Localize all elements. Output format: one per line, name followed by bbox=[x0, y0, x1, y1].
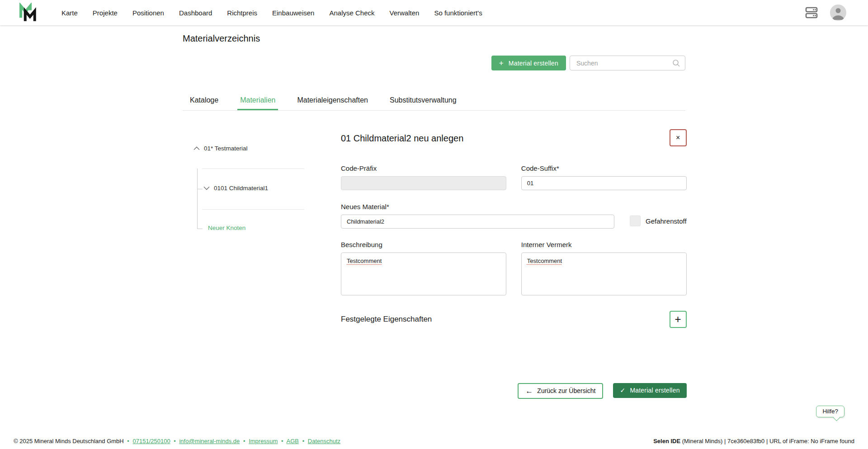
description-field-group: Beschreibung Testcomment bbox=[341, 241, 506, 297]
search-box bbox=[570, 56, 685, 70]
footer-app-name: Selen IDE bbox=[653, 438, 680, 444]
nav-item-so-funktionierts[interactable]: So funktioniert's bbox=[434, 9, 482, 17]
footer-separator: • bbox=[174, 438, 176, 444]
back-to-overview-button[interactable]: ← Zurück zur Übersicht bbox=[518, 383, 603, 399]
footer-copyright: © 2025 Mineral Minds Deutschland GmbH bbox=[14, 438, 124, 444]
top-navigation: Karte Projekte Positionen Dashboard Rich… bbox=[0, 0, 868, 25]
nav-item-einbauweisen[interactable]: Einbauweisen bbox=[272, 9, 314, 17]
tree-separator bbox=[202, 209, 304, 210]
main-content: Materialverzeichnis + Material erstellen… bbox=[183, 33, 685, 399]
server-stack-icon[interactable] bbox=[804, 5, 819, 20]
add-property-button[interactable]: + bbox=[670, 311, 687, 328]
nav-item-dashboard[interactable]: Dashboard bbox=[179, 9, 212, 17]
create-material-button-top[interactable]: + Material erstellen bbox=[491, 56, 566, 70]
help-tooltip[interactable]: Hilfe? bbox=[816, 406, 844, 417]
nav-item-verwalten[interactable]: Verwalten bbox=[390, 9, 420, 17]
footer-link-email[interactable]: info@mineral-minds.de bbox=[179, 438, 240, 444]
logo-icon bbox=[18, 3, 37, 23]
tree-connector-dash bbox=[198, 189, 203, 189]
main-menu: Karte Projekte Positionen Dashboard Rich… bbox=[61, 9, 482, 17]
nav-item-positionen[interactable]: Positionen bbox=[132, 9, 164, 17]
toolbar: + Material erstellen bbox=[183, 56, 685, 70]
internal-note-label: Interner Vermerk bbox=[521, 241, 687, 248]
submit-button-label: Material erstellen bbox=[630, 387, 679, 394]
footer-app-info: (Mineral Minds) | 7ce360e83fb0 | URL of … bbox=[682, 438, 854, 444]
tree-node-new-label: Neuer Knoten bbox=[208, 224, 245, 231]
footer-link-impressum[interactable]: Impressum bbox=[249, 438, 278, 444]
create-material-label: Material erstellen bbox=[509, 60, 558, 67]
footer-right: Selen IDE (Mineral Minds) | 7ce360e83fb0… bbox=[653, 438, 854, 444]
page-title: Materialverzeichnis bbox=[183, 33, 685, 44]
check-icon: ✓ bbox=[620, 387, 625, 393]
footer-link-phone[interactable]: 07151/250100 bbox=[133, 438, 170, 444]
tree-separator bbox=[202, 168, 304, 169]
tab-kataloge[interactable]: Kataloge bbox=[187, 91, 221, 110]
tab-bar: Kataloge Materialien Materialeigenschaft… bbox=[183, 91, 685, 111]
close-icon: × bbox=[676, 134, 680, 141]
material-tree: 01* Testmaterial 0101 Childmaterial1 Neu… bbox=[193, 143, 341, 240]
description-textarea[interactable]: Testcomment bbox=[341, 253, 506, 295]
tree-connector-dash bbox=[198, 229, 203, 229]
chevron-down-icon[interactable] bbox=[203, 186, 210, 190]
nav-item-projekte[interactable]: Projekte bbox=[93, 9, 118, 17]
tab-substitutsverwaltung[interactable]: Substitutsverwaltung bbox=[387, 91, 459, 110]
help-label: Hilfe? bbox=[822, 408, 838, 415]
code-suffix-field-group: Code-Suffix* bbox=[521, 164, 687, 190]
arrow-left-icon: ← bbox=[525, 387, 533, 395]
tree-node-root-label: 01* Testmaterial bbox=[204, 145, 248, 152]
mineral-minds-logo[interactable] bbox=[18, 3, 37, 23]
close-form-button[interactable]: × bbox=[670, 129, 687, 146]
internal-note-textarea[interactable]: Testcomment bbox=[521, 253, 687, 295]
material-tree-panel: 01* Testmaterial 0101 Childmaterial1 Neu… bbox=[183, 129, 341, 240]
create-material-button-submit[interactable]: ✓ Material erstellen bbox=[613, 383, 686, 398]
code-suffix-input[interactable] bbox=[521, 176, 687, 190]
back-button-label: Zurück zur Übersicht bbox=[537, 387, 595, 394]
new-material-label: Neues Material* bbox=[341, 203, 614, 210]
code-prefix-field-group: Code-Präfix bbox=[341, 164, 506, 190]
create-material-form: 01 Childmaterial2 neu anlegen × Code-Prä… bbox=[341, 129, 687, 399]
tab-materialeigenschaften[interactable]: Materialeigenschaften bbox=[294, 91, 371, 110]
tree-connector-line bbox=[197, 168, 198, 229]
footer-link-agb[interactable]: AGB bbox=[287, 438, 299, 444]
nav-item-richtpreis[interactable]: Richtpreis bbox=[227, 9, 257, 17]
hazard-label: Gefahrenstoff bbox=[646, 217, 687, 225]
add-icon: + bbox=[675, 314, 681, 325]
footer-separator: • bbox=[127, 438, 129, 444]
code-prefix-input bbox=[341, 176, 506, 190]
description-label: Beschreibung bbox=[341, 241, 506, 248]
hazard-checkbox-group: Gefahrenstoff bbox=[630, 215, 687, 226]
tree-node-child[interactable]: 0101 Childmaterial1 bbox=[203, 185, 268, 192]
nav-right-icons bbox=[804, 5, 846, 21]
code-suffix-label: Code-Suffix* bbox=[521, 164, 687, 172]
internal-note-field-group: Interner Vermerk Testcomment bbox=[521, 241, 687, 297]
plus-icon: + bbox=[499, 59, 504, 67]
search-icon bbox=[672, 59, 681, 68]
footer-separator: • bbox=[281, 438, 283, 444]
form-title: 01 Childmaterial2 neu anlegen bbox=[341, 133, 463, 144]
search-input[interactable] bbox=[576, 59, 672, 67]
tree-node-child-label: 0101 Childmaterial1 bbox=[214, 185, 268, 192]
tree-node-new[interactable]: Neuer Knoten bbox=[208, 224, 245, 231]
footer-left: © 2025 Mineral Minds Deutschland GmbH • … bbox=[14, 438, 340, 444]
chevron-up-icon[interactable] bbox=[193, 146, 200, 150]
footer-separator: • bbox=[302, 438, 305, 444]
tab-materialien[interactable]: Materialien bbox=[237, 91, 278, 110]
new-material-input[interactable] bbox=[341, 215, 614, 229]
hazard-checkbox[interactable] bbox=[630, 215, 641, 226]
footer-link-datenschutz[interactable]: Datenschutz bbox=[308, 438, 340, 444]
tree-node-root[interactable]: 01* Testmaterial bbox=[193, 145, 248, 152]
new-material-field-group: Neues Material* bbox=[341, 203, 614, 229]
user-avatar-icon[interactable] bbox=[830, 5, 846, 21]
nav-item-karte[interactable]: Karte bbox=[61, 9, 78, 17]
nav-item-analyse-check[interactable]: Analyse Check bbox=[329, 9, 374, 17]
footer: © 2025 Mineral Minds Deutschland GmbH • … bbox=[14, 438, 854, 444]
code-prefix-label: Code-Präfix bbox=[341, 164, 506, 172]
properties-heading: Festgelegte Eigenschaften bbox=[341, 315, 432, 324]
footer-separator: • bbox=[243, 438, 245, 444]
